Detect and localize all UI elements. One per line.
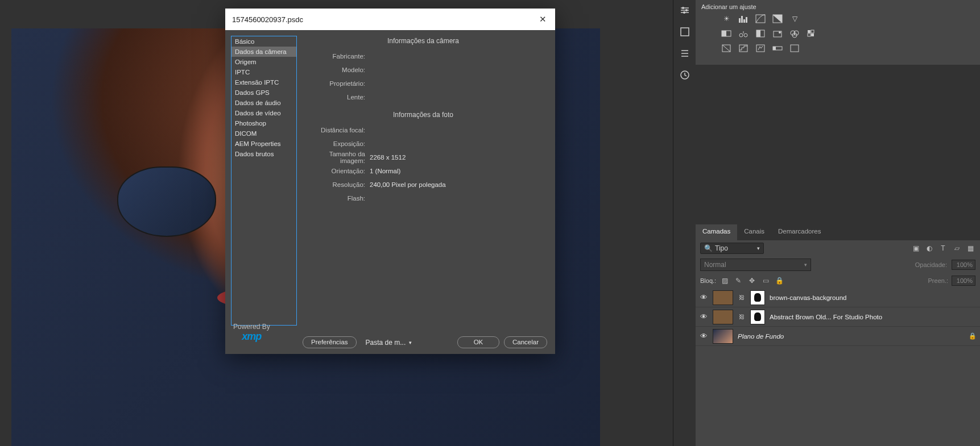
opacity-value[interactable]: 100% [952,260,975,270]
filter-adjustment-icon[interactable]: ◐ [924,243,934,253]
category-origem[interactable]: Origem [231,57,296,67]
svg-rect-27 [791,45,799,52]
layer-item[interactable]: 👁 ⛓ Abstract Brown Old... For Studio Pho… [696,307,980,327]
link-icon[interactable]: ⛓ [738,313,746,321]
category-aem[interactable]: AEM Properties [231,139,296,149]
ok-button[interactable]: OK [457,336,499,348]
cancel-button[interactable]: Cancelar [504,336,547,348]
adjustments-title: Adicionar um ajuste [701,3,974,10]
template-dropdown[interactable]: Pasta de m... ▾ [361,337,417,348]
vibrance-icon[interactable]: ▽ [789,14,800,24]
selective-color-icon[interactable] [789,43,800,53]
label-focal: Distância focal: [307,127,370,134]
levels-icon[interactable] [738,14,749,24]
lock-image-icon[interactable]: ✎ [733,276,743,286]
blend-mode-value: Normal [704,261,726,269]
layer-list: 👁 ⛓ brown-canvas-background 👁 ⛓ Abstract… [696,288,980,446]
preferences-button[interactable]: Preferências [303,336,357,348]
black-white-icon[interactable] [755,28,766,39]
layer-filter-dropdown[interactable]: 🔍 Tipo ▾ [700,243,764,254]
invert-icon[interactable] [721,43,732,53]
category-iptc-ext[interactable]: Extensão IPTC [231,77,296,87]
color-lookup-icon[interactable] [806,28,817,39]
styles-strip-icon[interactable] [679,26,690,37]
link-icon[interactable]: ⛓ [738,294,746,302]
exposure-icon[interactable] [772,14,783,24]
fill-label: Preen.: [928,277,948,284]
svg-rect-21 [811,34,814,36]
curves-icon[interactable] [755,14,766,24]
layer-mask-thumbnail[interactable] [750,310,765,324]
brightness-icon[interactable]: ☀ [721,14,732,24]
visibility-toggle-icon[interactable]: 👁 [699,293,708,302]
filter-pixel-icon[interactable]: ▣ [911,243,921,253]
layer-mask-thumbnail[interactable] [750,290,765,305]
tab-paths[interactable]: Demarcadores [771,224,828,240]
visibility-toggle-icon[interactable]: 👁 [699,312,708,321]
label-modelo: Modelo: [307,66,370,73]
blend-mode-select[interactable]: Normal ▾ [700,259,811,271]
svg-point-10 [744,34,747,37]
svg-point-2 [683,11,685,14]
svg-point-14 [779,31,781,34]
history-strip-icon[interactable] [679,69,690,81]
posterize-icon[interactable] [738,43,749,53]
svg-rect-5 [756,15,765,23]
category-video[interactable]: Dados de vídeo [231,108,296,118]
lock-label: Bloq.: [700,277,716,284]
photo-filter-icon[interactable] [772,28,783,39]
category-audio[interactable]: Dados de áudio [231,98,296,108]
filter-shape-icon[interactable]: ▱ [952,243,962,253]
svg-rect-3 [681,28,689,36]
layer-name[interactable]: Plano de Fundo [738,333,964,340]
layer-name[interactable]: brown-canvas-background [770,294,977,301]
threshold-icon[interactable] [755,43,766,53]
label-exposicao: Exposição: [307,140,370,147]
adjustments-panel: Adicionar um ajuste ☀ ▽ [696,0,980,65]
category-dados-camera[interactable]: Dados da câmera [231,47,296,57]
label-orientacao: Orientação: [307,168,370,174]
category-iptc[interactable]: IPTC [231,67,296,77]
svg-point-1 [685,9,688,11]
category-photoshop[interactable]: Photoshop [231,118,296,128]
category-basico[interactable]: Básico [231,36,296,47]
visibility-toggle-icon[interactable]: 👁 [699,332,708,340]
layer-item[interactable]: 👁 ⛓ brown-canvas-background [696,288,980,307]
color-balance-icon[interactable] [738,28,749,39]
layers-panel: Camadas Canais Demarcadores 🔍 Tipo ▾ ▣ ◐… [696,224,980,446]
panel-tabs: Camadas Canais Demarcadores [696,224,980,240]
label-fabricante: Fabricante: [307,53,370,60]
channel-mixer-icon[interactable] [789,28,800,39]
gradient-map-icon[interactable] [772,43,783,53]
layer-item[interactable]: 👁 Plano de Fundo 🔒 [696,327,980,346]
hue-sat-icon[interactable] [721,28,732,39]
filter-smart-icon[interactable]: ▦ [965,243,975,253]
tab-layers[interactable]: Camadas [696,224,737,240]
category-gps[interactable]: Dados GPS [231,87,296,98]
adjustments-strip-icon[interactable] [679,5,690,16]
svg-rect-18 [808,30,811,33]
category-raw[interactable]: Dados brutos [231,149,296,159]
layer-name[interactable]: Abstract Brown Old... For Studio Photo [770,314,977,320]
filter-type-icon[interactable]: T [938,243,948,253]
svg-point-9 [739,34,743,37]
layer-thumbnail[interactable] [713,329,733,344]
svg-rect-20 [808,34,811,36]
layer-thumbnail[interactable] [713,290,733,305]
tab-channels[interactable]: Canais [737,224,771,240]
close-icon[interactable]: ✕ [537,14,548,25]
powered-by: Powered By xmp [233,323,270,343]
lock-position-icon[interactable]: ✥ [747,276,757,286]
lock-artboard-icon[interactable]: ▭ [760,276,771,286]
svg-rect-8 [722,31,726,36]
category-dicom[interactable]: DICOM [231,128,296,139]
lock-all-icon[interactable]: 🔒 [774,276,784,286]
sliders-strip-icon[interactable] [679,48,690,59]
layer-thumbnail[interactable] [713,310,733,324]
dialog-titlebar[interactable]: 1574560020937.psdc ✕ [225,9,555,30]
label-tamanho: Tamanho da imagem: [307,151,370,164]
chevron-down-icon: ▾ [409,340,412,345]
fill-value[interactable]: 100% [952,276,975,286]
template-dropdown-label: Pasta de m... [366,339,406,347]
lock-transparent-icon[interactable]: ▨ [720,276,730,286]
